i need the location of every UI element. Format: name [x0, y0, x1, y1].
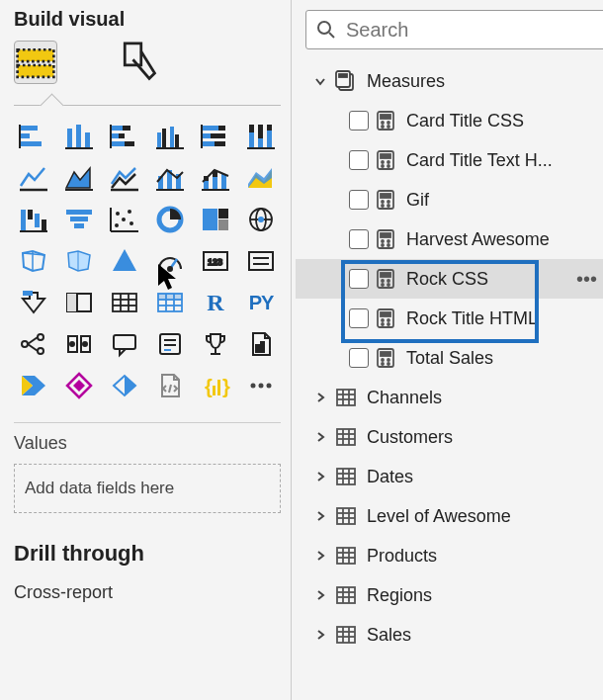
svg-rect-8 — [85, 132, 90, 148]
tree-field[interactable]: Harvest Awesome — [296, 219, 603, 259]
divider — [14, 422, 281, 423]
viz-stacked-column[interactable] — [105, 120, 144, 153]
svg-line-121 — [169, 385, 171, 393]
tree-table[interactable]: Level of Awesome — [296, 496, 603, 536]
viz-stacked-area[interactable] — [105, 161, 144, 195]
viz-waterfall[interactable] — [14, 203, 53, 236]
viz-clustered-column[interactable] — [150, 120, 190, 153]
viz-gauge[interactable] — [150, 244, 190, 278]
viz-filled-map[interactable] — [14, 244, 53, 278]
viz-clustered-bar[interactable] — [59, 120, 99, 153]
svg-point-75 — [168, 267, 172, 271]
checkbox[interactable] — [349, 229, 369, 249]
viz-shape-map[interactable] — [59, 244, 99, 278]
viz-paginated-report[interactable] — [241, 327, 281, 361]
viz-power-apps[interactable] — [59, 369, 99, 402]
viz-arcgis-map[interactable] — [105, 244, 144, 278]
calculator-icon — [375, 149, 396, 171]
calculator-icon — [375, 228, 396, 250]
viz-table[interactable] — [105, 286, 144, 319]
viz-custom-visual[interactable] — [105, 369, 144, 402]
viz-area[interactable] — [59, 161, 99, 195]
svg-point-158 — [388, 244, 389, 246]
checkbox[interactable] — [349, 111, 369, 131]
svg-point-72 — [258, 217, 264, 222]
svg-rect-32 — [258, 125, 263, 138]
viz-goals[interactable] — [196, 327, 235, 361]
viz-line[interactable] — [14, 161, 53, 195]
tree-table[interactable]: Sales — [296, 615, 603, 655]
svg-point-139 — [382, 126, 384, 128]
viz-line-clustered-column[interactable] — [150, 161, 190, 195]
viz-pie[interactable] — [150, 203, 190, 236]
checkbox[interactable] — [349, 308, 369, 328]
svg-point-145 — [382, 165, 384, 167]
viz-r-script[interactable]: R — [196, 286, 235, 319]
tree-table[interactable]: Customers — [296, 417, 603, 457]
svg-rect-142 — [381, 154, 390, 158]
table-label: Channels — [367, 388, 442, 408]
tree-field[interactable]: Rock Title HTML — [296, 299, 603, 338]
svg-rect-6 — [67, 129, 72, 148]
svg-point-105 — [83, 342, 87, 346]
tree-field[interactable]: Card Title CSS — [296, 101, 603, 140]
search-input[interactable] — [346, 19, 596, 42]
tree-field[interactable]: Card Title Text H... — [296, 140, 603, 180]
viz-map-globe[interactable] — [241, 203, 281, 236]
build-visual-panel: Build visual — [0, 0, 292, 700]
svg-point-60 — [122, 218, 126, 221]
viz-smart-narrative[interactable] — [150, 327, 190, 361]
viz-matrix[interactable] — [150, 286, 190, 319]
svg-rect-154 — [381, 233, 390, 237]
viz-decomposition-tree[interactable] — [14, 327, 53, 361]
search-box[interactable] — [305, 10, 603, 49]
svg-rect-78 — [249, 252, 273, 270]
chevron-down-icon — [311, 74, 329, 88]
tree-measures[interactable]: Measures — [296, 61, 603, 101]
viz-deneb[interactable]: {} — [196, 369, 235, 402]
format-tab[interactable] — [117, 41, 160, 84]
viz-stacked-bar[interactable] — [14, 120, 53, 153]
svg-rect-30 — [249, 125, 254, 132]
viz-kpi[interactable] — [14, 286, 53, 319]
tree-table[interactable]: Channels — [296, 378, 603, 417]
checkbox[interactable] — [349, 348, 369, 368]
viz-html-content[interactable] — [150, 369, 190, 402]
svg-point-170 — [388, 323, 389, 325]
svg-rect-53 — [42, 219, 46, 231]
tree-table[interactable]: Dates — [296, 457, 603, 496]
more-options[interactable]: ••• — [576, 268, 597, 291]
checkbox[interactable] — [349, 150, 369, 170]
viz-power-automate[interactable] — [14, 369, 53, 402]
svg-rect-3 — [20, 133, 30, 138]
build-tab[interactable] — [14, 41, 57, 84]
chevron-right-icon — [311, 430, 329, 444]
viz-100-stacked-bar[interactable] — [196, 120, 235, 153]
viz-card[interactable]: 123 — [196, 244, 235, 278]
viz-treemap[interactable] — [196, 203, 235, 236]
tree-table[interactable]: Regions — [296, 575, 603, 615]
viz-funnel[interactable] — [59, 203, 99, 236]
tree-field[interactable]: Total Sales — [296, 338, 603, 378]
calculator-icon — [375, 347, 396, 369]
svg-line-131 — [329, 33, 334, 38]
viz-scatter[interactable] — [105, 203, 144, 236]
viz-line-stacked-column[interactable] — [196, 161, 235, 195]
checkbox[interactable] — [349, 190, 369, 210]
viz-python-script[interactable]: P​Y — [241, 286, 281, 319]
viz-get-more[interactable] — [241, 369, 281, 402]
svg-rect-134 — [339, 74, 347, 77]
checkbox[interactable] — [349, 269, 369, 289]
viz-qa[interactable] — [105, 327, 144, 361]
viz-100-stacked-column[interactable] — [241, 120, 281, 153]
tree-field[interactable]: Gif — [296, 180, 603, 219]
tree-field[interactable]: Rock CSS••• — [296, 259, 603, 299]
tree-table[interactable]: Products — [296, 536, 603, 575]
viz-slicer[interactable] — [59, 286, 99, 319]
viz-key-influencers[interactable] — [59, 327, 99, 361]
values-label: Values — [14, 433, 281, 454]
values-dropzone[interactable]: Add data fields here — [14, 464, 281, 513]
viz-ribbon[interactable] — [241, 161, 281, 195]
svg-point-130 — [318, 22, 330, 34]
viz-multi-row-card[interactable] — [241, 244, 281, 278]
